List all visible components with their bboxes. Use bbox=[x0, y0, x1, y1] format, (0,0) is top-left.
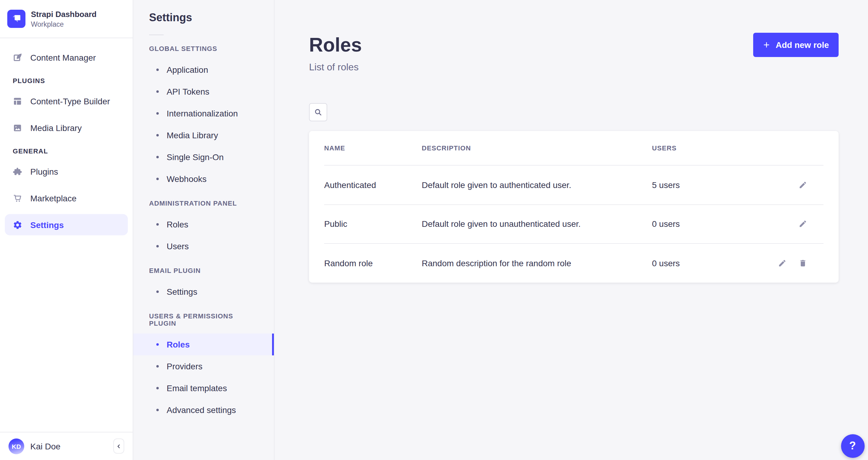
feather-icon bbox=[13, 53, 23, 62]
cart-icon bbox=[13, 193, 23, 203]
table-row-public[interactable]: Public Default role given to unauthentic… bbox=[324, 204, 824, 243]
app-title: Strapi Dashboard bbox=[31, 10, 97, 20]
add-new-role-button[interactable]: Add new role bbox=[753, 33, 839, 57]
bullet-dot bbox=[156, 387, 159, 389]
delete-role-button[interactable] bbox=[799, 259, 807, 267]
pencil-icon bbox=[799, 220, 807, 228]
main-sidebar: Strapi Dashboard Workplace Content Manag… bbox=[0, 0, 133, 460]
main-content: Roles List of roles Add new role NAME bbox=[274, 0, 868, 460]
bullet-dot bbox=[156, 90, 159, 93]
role-description-cell: Random description for the random role bbox=[422, 258, 652, 268]
edit-role-button[interactable] bbox=[778, 259, 786, 267]
collapse-sidebar-button[interactable] bbox=[113, 438, 124, 454]
subnav-item-email-templates[interactable]: Email templates bbox=[133, 377, 274, 399]
subnav-item-internationalization[interactable]: Internationalization bbox=[133, 103, 274, 124]
subnav-item-label: Users bbox=[167, 241, 189, 251]
column-header-users: USERS bbox=[652, 144, 824, 152]
subnav-item-advanced-settings[interactable]: Advanced settings bbox=[133, 399, 274, 421]
brand: Strapi Dashboard Workplace bbox=[0, 0, 133, 38]
edit-role-button[interactable] bbox=[799, 181, 807, 189]
subnav-item-api-tokens[interactable]: API Tokens bbox=[133, 81, 274, 103]
sidebar-item-plugins[interactable]: Plugins bbox=[5, 161, 128, 182]
row-actions bbox=[768, 220, 824, 228]
subnav-item-label: API Tokens bbox=[167, 87, 209, 96]
subnav-item-label: Settings bbox=[167, 287, 197, 296]
role-name-cell: Authenticated bbox=[324, 180, 422, 190]
avatar[interactable]: KD bbox=[8, 438, 24, 454]
sidebar-item-content-type-builder[interactable]: Content-Type Builder bbox=[5, 90, 128, 112]
bullet-dot bbox=[156, 290, 159, 293]
table-row-authenticated[interactable]: Authenticated Default role given to auth… bbox=[324, 165, 824, 204]
help-button[interactable]: ? bbox=[841, 434, 864, 458]
divider bbox=[149, 35, 164, 35]
bullet-dot bbox=[156, 245, 159, 248]
role-users-cell: 0 users bbox=[652, 219, 768, 229]
brand-text: Strapi Dashboard Workplace bbox=[31, 10, 97, 28]
subnav-item-label: Webhooks bbox=[167, 174, 207, 184]
row-actions bbox=[768, 259, 824, 267]
sidebar-item-settings[interactable]: Settings bbox=[5, 214, 128, 235]
bullet-dot bbox=[156, 409, 159, 411]
subnav-item-media-library[interactable]: Media Library bbox=[133, 124, 274, 146]
role-users-cell: 0 users bbox=[652, 258, 768, 268]
sidebar-item-label: Settings bbox=[30, 220, 64, 230]
bullet-dot bbox=[156, 68, 159, 71]
subnav-item-up-roles[interactable]: Roles bbox=[133, 334, 274, 355]
nav-section-plugins: PLUGINS bbox=[0, 77, 133, 84]
subnav-item-webhooks[interactable]: Webhooks bbox=[133, 168, 274, 190]
sidebar-item-label: Content-Type Builder bbox=[30, 96, 110, 106]
subnav-item-application[interactable]: Application bbox=[133, 59, 274, 81]
bullet-dot bbox=[156, 134, 159, 137]
subnav-item-admin-users[interactable]: Users bbox=[133, 235, 274, 257]
chevron-left-icon bbox=[116, 443, 122, 449]
bullet-dot bbox=[156, 178, 159, 180]
toolbar bbox=[309, 103, 839, 121]
subnav-section-global-settings: GLOBAL SETTINGS Application API Tokens I… bbox=[133, 45, 274, 190]
sidebar-item-content-manager[interactable]: Content Manager bbox=[5, 47, 128, 68]
column-header-name: NAME bbox=[324, 144, 422, 152]
subnav-item-label: Single Sign-On bbox=[167, 152, 224, 162]
subnav-item-label: Email templates bbox=[167, 383, 227, 393]
sidebar-item-label: Content Manager bbox=[30, 53, 96, 62]
subnav-item-label: Application bbox=[167, 65, 208, 75]
subnav-item-label: Media Library bbox=[167, 131, 218, 140]
strapi-logo-icon bbox=[7, 10, 26, 28]
subnav-item-label: Roles bbox=[167, 340, 190, 349]
edit-role-button[interactable] bbox=[799, 220, 807, 228]
page-subtitle: List of roles bbox=[309, 62, 362, 73]
subnav-section-users-permissions-plugin: USERS & PERMISSIONS PLUGIN Roles Provide… bbox=[133, 312, 274, 421]
subnav-section-label: ADMINISTRATION PANEL bbox=[133, 200, 274, 207]
subnav-section-label: EMAIL PLUGIN bbox=[133, 267, 274, 274]
subnav-item-admin-roles[interactable]: Roles bbox=[133, 213, 274, 235]
add-new-role-label: Add new role bbox=[776, 40, 829, 50]
subnav-item-label: Roles bbox=[167, 220, 188, 229]
workspace-name: Workplace bbox=[31, 21, 97, 28]
role-name-cell: Public bbox=[324, 219, 422, 229]
sidebar-item-label: Media Library bbox=[30, 123, 82, 133]
strapi-dashboard-app: Strapi Dashboard Workplace Content Manag… bbox=[0, 0, 868, 460]
pencil-icon bbox=[799, 181, 807, 189]
subnav-item-email-settings[interactable]: Settings bbox=[133, 281, 274, 303]
subnav-item-single-sign-on[interactable]: Single Sign-On bbox=[133, 146, 274, 168]
bullet-dot bbox=[156, 343, 159, 346]
subnav-item-providers[interactable]: Providers bbox=[133, 355, 274, 377]
picture-icon bbox=[13, 123, 23, 133]
sidebar-item-media-library[interactable]: Media Library bbox=[5, 117, 128, 138]
main-nav-list: Content Manager PLUGINS Content-Type Bui… bbox=[0, 38, 133, 431]
page-header-text: Roles List of roles bbox=[309, 33, 362, 73]
subnav-item-label: Providers bbox=[167, 362, 203, 371]
subnav-item-label: Advanced settings bbox=[167, 405, 236, 415]
user-name: Kai Doe bbox=[30, 441, 107, 451]
settings-subnav: Settings GLOBAL SETTINGS Application API… bbox=[133, 0, 274, 460]
table-row-random-role[interactable]: Random role Random description for the r… bbox=[324, 243, 824, 282]
subnav-item-label: Internationalization bbox=[167, 109, 238, 118]
page-header: Roles List of roles Add new role bbox=[309, 0, 839, 73]
table-header-row: NAME DESCRIPTION USERS bbox=[324, 131, 824, 165]
sidebar-item-marketplace[interactable]: Marketplace bbox=[5, 188, 128, 209]
puzzle-icon bbox=[13, 167, 23, 176]
search-button[interactable] bbox=[309, 103, 327, 121]
pencil-icon bbox=[778, 259, 786, 267]
sidebar-item-label: Marketplace bbox=[30, 193, 76, 203]
subnav-section-email-plugin: EMAIL PLUGIN Settings bbox=[133, 267, 274, 303]
role-users-cell: 5 users bbox=[652, 180, 768, 190]
